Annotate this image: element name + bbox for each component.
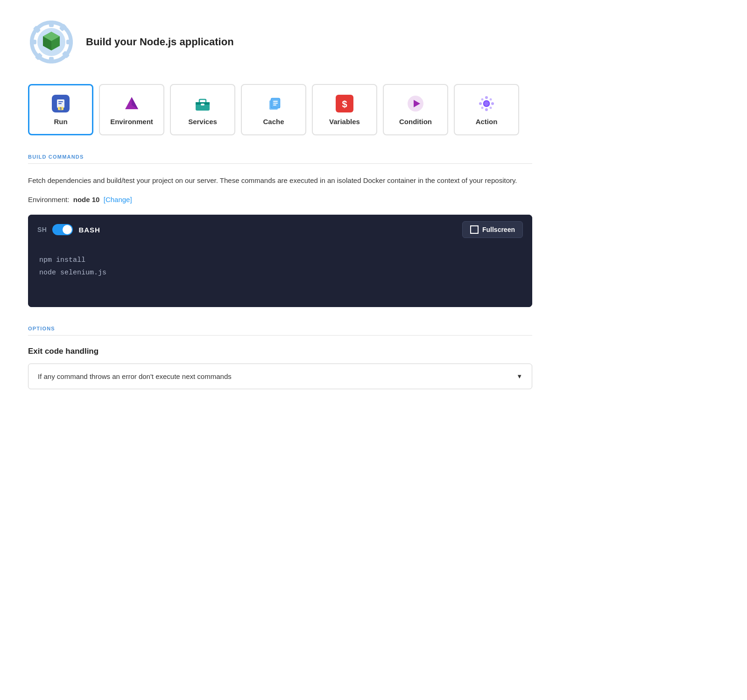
- options-section: OPTIONS Exit code handling If any comman…: [28, 326, 532, 389]
- svg-rect-3: [30, 40, 36, 44]
- svg-text:$: $: [60, 106, 62, 111]
- fullscreen-icon: [470, 225, 479, 234]
- tab-condition-label: Condition: [399, 118, 432, 126]
- tab-condition[interactable]: Condition: [383, 84, 448, 135]
- environment-info: Environment: node 10 [Change]: [28, 196, 532, 203]
- section-divider-2: [28, 335, 532, 336]
- tab-environment-label: Environment: [110, 118, 153, 126]
- section-divider-1: [28, 163, 532, 164]
- sh-label: SH: [37, 226, 47, 233]
- svg-rect-1: [49, 21, 54, 27]
- svg-rect-16: [58, 101, 63, 102]
- tab-bar: $ $ Run Environment: [28, 84, 532, 135]
- editor-toolbar: SH BASH Fullscreen: [28, 215, 532, 245]
- svg-point-42: [491, 102, 494, 105]
- svg-point-47: [484, 101, 489, 106]
- build-commands-description: Fetch dependencies and build/test your p…: [28, 175, 532, 186]
- bash-label: BASH: [78, 226, 100, 234]
- svg-point-41: [479, 102, 482, 105]
- svg-rect-2: [49, 57, 54, 63]
- app-logo: [28, 19, 75, 65]
- options-label: OPTIONS: [28, 326, 532, 331]
- svg-point-46: [490, 98, 492, 100]
- header: Build your Node.js application: [28, 19, 532, 65]
- environment-value: node 10: [73, 196, 100, 203]
- tab-run-label: Run: [54, 118, 67, 126]
- tab-action[interactable]: Action: [454, 84, 519, 135]
- svg-point-43: [481, 98, 484, 100]
- exit-code-select[interactable]: If any command throws an error don't exe…: [28, 364, 532, 389]
- svg-rect-17: [58, 103, 62, 104]
- svg-point-40: [485, 108, 488, 111]
- tab-action-label: Action: [476, 118, 498, 126]
- svg-point-44: [490, 106, 492, 109]
- tab-variables-label: Variables: [329, 118, 360, 126]
- code-area[interactable]: npm install node selenium.js: [28, 245, 532, 307]
- condition-icon: [406, 94, 425, 113]
- environment-prefix: Environment:: [28, 196, 69, 203]
- svg-text:$: $: [342, 99, 347, 109]
- build-commands-section: BUILD COMMANDS Fetch dependencies and bu…: [28, 154, 532, 307]
- run-icon: $ $: [51, 94, 70, 113]
- services-icon: [193, 94, 212, 113]
- code-editor: SH BASH Fullscreen npm install node sele…: [28, 215, 532, 307]
- change-link[interactable]: [Change]: [104, 196, 132, 203]
- svg-point-45: [481, 106, 484, 109]
- tab-cache-label: Cache: [263, 118, 284, 126]
- exit-code-title: Exit code handling: [28, 347, 532, 356]
- sh-bash-toggle[interactable]: [52, 224, 73, 235]
- svg-rect-48: [471, 226, 478, 233]
- svg-rect-27: [201, 104, 204, 105]
- svg-point-39: [485, 96, 488, 99]
- tab-environment[interactable]: Environment: [99, 84, 164, 135]
- select-value: If any command throws an error don't exe…: [38, 372, 232, 380]
- tab-variables[interactable]: $ Variables: [312, 84, 377, 135]
- cache-icon: [264, 94, 283, 113]
- tab-cache[interactable]: Cache: [241, 84, 306, 135]
- tab-services-label: Services: [188, 118, 217, 126]
- tab-services[interactable]: Services: [170, 84, 235, 135]
- editor-toolbar-left: SH BASH: [37, 224, 100, 235]
- tab-run[interactable]: $ $ Run: [28, 84, 93, 135]
- fullscreen-label: Fullscreen: [482, 226, 515, 233]
- action-icon: [477, 94, 496, 113]
- code-line-2: node selenium.js: [39, 266, 521, 279]
- environment-icon: [122, 94, 141, 113]
- fullscreen-button[interactable]: Fullscreen: [462, 221, 523, 238]
- variables-icon: $: [335, 94, 354, 113]
- build-commands-label: BUILD COMMANDS: [28, 154, 532, 160]
- code-line-1: npm install: [39, 254, 521, 266]
- page-title: Build your Node.js application: [86, 36, 234, 48]
- select-arrow-icon: ▼: [516, 373, 522, 380]
- svg-rect-4: [66, 40, 73, 44]
